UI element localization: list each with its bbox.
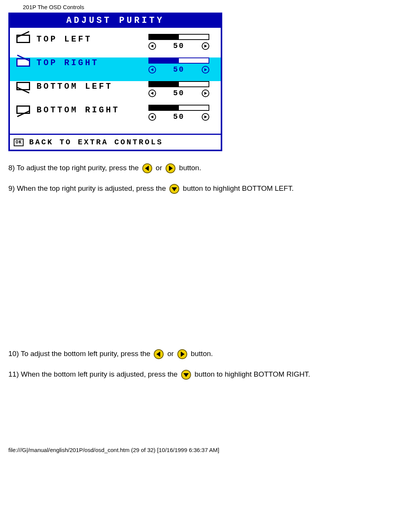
decrease-arrow-icon[interactable] — [148, 66, 156, 73]
spacer — [8, 204, 411, 345]
osd-back-label: BACK TO EXTRA CONTROLS — [29, 138, 163, 147]
instructions: 8) To adjust the top right purity, press… — [0, 151, 411, 380]
osd-item-control: 50 — [148, 105, 221, 121]
corner-br-icon — [10, 105, 37, 114]
osd-item-value: 50 — [173, 42, 185, 50]
increase-arrow-icon[interactable] — [202, 89, 209, 97]
right-arrow-icon — [177, 349, 187, 359]
left-arrow-icon — [154, 349, 164, 359]
svg-marker-6 — [151, 115, 153, 118]
step-9-text-b: button to highlight BOTTOM LEFT. — [183, 184, 294, 192]
step-8: 8) To adjust the top right purity, press… — [8, 163, 411, 173]
osd-item-value: 50 — [173, 112, 185, 121]
decrease-arrow-icon[interactable] — [148, 113, 156, 121]
decrease-arrow-icon[interactable] — [148, 42, 156, 50]
step-9-text-a: 9) When the top right purity is adjusted… — [8, 184, 166, 192]
osd-item-value: 50 — [173, 65, 185, 74]
step-11: 11) When the bottom left purity is adjus… — [8, 369, 411, 380]
osd-item[interactable]: BOTTOM LEFT50 — [10, 81, 221, 105]
step-8-text-b: button. — [179, 164, 201, 172]
slider-bar[interactable] — [148, 81, 209, 87]
svg-marker-3 — [204, 68, 207, 71]
corner-bl-icon — [10, 81, 37, 90]
svg-marker-2 — [151, 68, 153, 71]
svg-marker-5 — [204, 92, 207, 95]
step-10-or: or — [167, 350, 174, 358]
osd-back-row[interactable]: OK BACK TO EXTRA CONTROLS — [10, 135, 221, 150]
ok-icon: OK — [14, 139, 24, 146]
osd-item-label: BOTTOM RIGHT — [37, 105, 148, 115]
osd-item-label: BOTTOM LEFT — [37, 81, 148, 91]
step-8-or: or — [156, 164, 162, 172]
increase-arrow-icon[interactable] — [202, 113, 209, 121]
osd-title: ADJUST PURITY — [10, 14, 221, 28]
osd-item-control: 50 — [148, 34, 221, 50]
osd-item-control: 50 — [148, 58, 221, 74]
svg-marker-7 — [204, 115, 207, 118]
svg-marker-4 — [151, 92, 153, 95]
osd-item-control: 50 — [148, 81, 221, 97]
step-8-text-a: 8) To adjust the top right purity, press… — [8, 164, 139, 172]
svg-marker-1 — [204, 45, 207, 48]
increase-arrow-icon[interactable] — [202, 42, 209, 50]
step-10: 10) To adjust the bottom left purity, pr… — [8, 348, 411, 359]
step-10-text-b: button. — [191, 350, 213, 358]
osd-item-value: 50 — [173, 89, 185, 97]
step-11-text-a: 11) When the bottom left purity is adjus… — [8, 370, 178, 378]
osd-item-label: TOP LEFT — [37, 34, 148, 44]
corner-tl-icon — [10, 34, 37, 43]
footer-path: file:///G|/manual/english/201P/osd/osd_c… — [0, 390, 411, 459]
down-arrow-icon — [169, 184, 179, 194]
slider-bar[interactable] — [148, 58, 209, 64]
decrease-arrow-icon[interactable] — [148, 89, 156, 97]
step-10-text-a: 10) To adjust the bottom left purity, pr… — [8, 350, 150, 358]
corner-tr-icon — [10, 58, 37, 67]
svg-marker-0 — [151, 45, 153, 48]
down-arrow-icon — [181, 370, 191, 380]
slider-bar[interactable] — [148, 34, 209, 40]
osd-item[interactable]: TOP RIGHT50 — [10, 58, 221, 81]
osd-menu: ADJUST PURITY TOP LEFT50TOP RIGHT50BOTTO… — [8, 13, 222, 151]
step-11-text-b: button to highlight BOTTOM RIGHT. — [194, 370, 310, 378]
slider-bar[interactable] — [148, 105, 209, 111]
increase-arrow-icon[interactable] — [202, 66, 209, 73]
osd-item[interactable]: TOP LEFT50 — [10, 34, 221, 58]
osd-item[interactable]: BOTTOM RIGHT50 — [10, 105, 221, 128]
left-arrow-icon — [142, 163, 152, 173]
osd-item-label: TOP RIGHT — [37, 58, 148, 68]
right-arrow-icon — [166, 163, 175, 173]
step-9: 9) When the top right purity is adjusted… — [8, 183, 411, 194]
page-header: 201P The OSD Controls — [0, 0, 411, 13]
